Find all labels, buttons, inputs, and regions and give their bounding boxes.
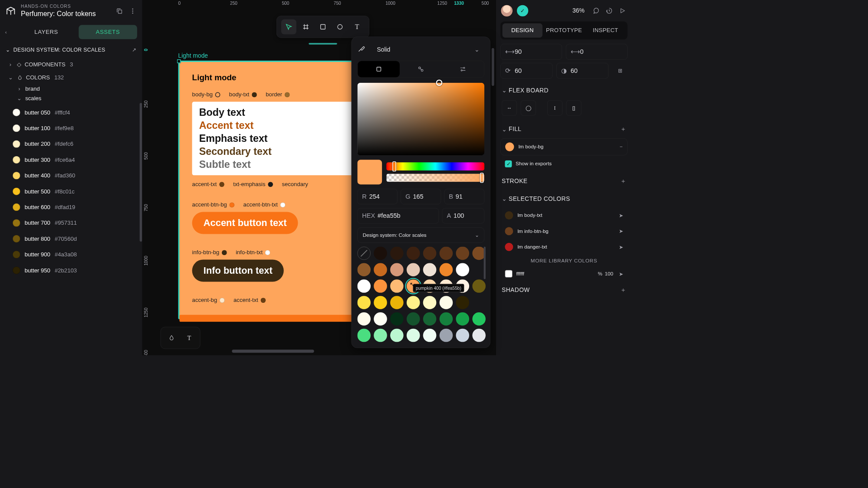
alpha-handle[interactable] (480, 173, 484, 183)
section-flex-board[interactable]: ⌄FLEX BOARD (500, 82, 628, 99)
library-swatch[interactable] (407, 247, 420, 260)
section-design-system[interactable]: ⌄ DESIGN SYSTEM: COLOR SCALES ↗ (0, 43, 142, 58)
color-group-brand[interactable]: › brand (0, 84, 142, 93)
color-group-scales[interactable]: ⌄ scales (0, 93, 142, 103)
library-swatch[interactable] (374, 263, 387, 276)
fill-tab-gradient[interactable] (400, 61, 442, 78)
independent-corners-icon[interactable]: ⊞ (612, 63, 628, 79)
flex-column-icon[interactable]: I (547, 101, 562, 116)
more-library-colors[interactable]: MORE LIBRARY COLORS (500, 255, 628, 267)
rectangle-tool[interactable] (316, 19, 331, 34)
user-avatar[interactable] (501, 5, 513, 16)
library-swatch[interactable] (472, 329, 486, 342)
library-swatch[interactable] (374, 312, 387, 326)
library-swatch[interactable] (407, 263, 420, 276)
r-input[interactable]: R254 (357, 189, 398, 204)
hex-input[interactable]: HEX#fea55b (357, 208, 439, 224)
library-swatch[interactable] (390, 296, 404, 309)
section-selected-colors[interactable]: ⌄SELECTED COLORS (500, 190, 628, 207)
swatch-row[interactable]: butter 950 #2b2103 (8, 263, 135, 278)
nav-arrow-icon[interactable]: ➤ (619, 271, 623, 277)
library-swatch[interactable] (390, 263, 404, 276)
tab-prototype[interactable]: PROTOTYPE (544, 23, 584, 38)
canvas-hscroll[interactable] (232, 350, 314, 353)
selected-color-row[interactable]: lm body-txt ➤ (500, 207, 628, 223)
fill-tab-settings[interactable] (442, 61, 484, 78)
g-input[interactable]: G165 (401, 189, 441, 204)
canvas-vscroll-track[interactable] (492, 16, 494, 256)
add-stroke-icon[interactable]: ＋ (620, 177, 626, 185)
library-swatch[interactable] (390, 329, 404, 342)
saturation-field[interactable] (357, 83, 484, 155)
height-input[interactable]: ⟷0 (566, 44, 628, 59)
section-colors[interactable]: ⌄ COLORS 132 (0, 71, 142, 85)
fill-mode-select[interactable]: Solid ⌄ (372, 43, 484, 56)
library-swatch[interactable] (374, 279, 387, 293)
swatch-row[interactable]: butter 900 #4a3a08 (8, 247, 135, 262)
drop-tool[interactable] (164, 331, 178, 345)
section-shadow[interactable]: SHADOW＋ (500, 281, 628, 299)
library-swatch[interactable] (423, 247, 437, 260)
library-swatch[interactable] (472, 279, 486, 293)
text-mini-tool[interactable]: T (182, 331, 196, 345)
swatch-row[interactable]: butter 600 #dfad19 (8, 200, 135, 215)
library-swatch[interactable] (407, 296, 420, 309)
swatch-row[interactable]: butter 200 #fdefc6 (8, 136, 135, 151)
hue-slider[interactable] (386, 162, 484, 170)
swatch-row[interactable]: butter 800 #70560d (8, 231, 135, 246)
fill-item[interactable]: lm body-bg − (500, 138, 628, 155)
library-swatch[interactable] (390, 247, 404, 260)
add-shadow-icon[interactable]: ＋ (620, 286, 626, 294)
library-swatch[interactable] (440, 247, 453, 260)
selection-handle[interactable] (177, 59, 181, 63)
saturation-handle[interactable] (436, 79, 443, 86)
text-tool[interactable]: T (349, 19, 365, 34)
library-swatch[interactable] (440, 296, 453, 309)
fill-tab-solid[interactable] (358, 61, 400, 78)
library-swatch[interactable] (357, 296, 371, 309)
presence-indicator[interactable]: ✓ (517, 5, 528, 16)
comment-icon[interactable] (592, 7, 600, 15)
selected-color-row[interactable]: lm danger-txt ➤ (500, 239, 628, 255)
tab-design[interactable]: DESIGN (503, 23, 543, 38)
flex-horizontal-icon[interactable]: ↔ (502, 101, 517, 116)
lib-color-swatch[interactable] (505, 270, 512, 277)
play-icon[interactable] (618, 7, 627, 15)
section-fill[interactable]: ⌄FILL＋ (500, 120, 628, 138)
move-tool[interactable] (281, 19, 296, 34)
library-swatch[interactable] (456, 296, 470, 309)
library-swatch[interactable] (423, 312, 437, 326)
library-swatch[interactable] (472, 312, 486, 326)
library-swatch[interactable] (423, 263, 437, 276)
tab-inspect[interactable]: INSPECT (585, 23, 626, 38)
swatch-row[interactable]: butter 400 #fad360 (8, 168, 135, 183)
nav-arrow-icon[interactable]: ➤ (619, 213, 623, 219)
canvas-vscroll-thumb[interactable] (492, 48, 494, 86)
alpha-input[interactable]: A100 (442, 208, 484, 224)
selected-color-row[interactable]: lm info-btn-bg ➤ (500, 223, 628, 239)
frame-tool[interactable] (298, 19, 313, 34)
library-swatch[interactable] (440, 312, 453, 326)
radius-input[interactable]: ◑60 (556, 63, 608, 79)
library-swatch[interactable] (390, 312, 404, 326)
library-scrollbar[interactable] (484, 247, 486, 279)
swatch-row[interactable]: butter 700 #957311 (8, 215, 135, 230)
swatch-row[interactable]: butter 050 #fffcf4 (8, 105, 135, 120)
tab-assets[interactable]: ASSETS (79, 25, 137, 39)
swatch-row[interactable]: butter 500 #f8c01c (8, 184, 135, 199)
library-swatch[interactable] (374, 296, 387, 309)
more-menu-icon[interactable] (128, 7, 137, 15)
library-swatch[interactable] (374, 329, 387, 342)
open-external-icon[interactable]: ↗ (132, 47, 136, 53)
rotation-input[interactable]: ⟳60 (500, 63, 552, 79)
show-exports-checkbox[interactable]: ✓ (505, 160, 512, 167)
width-input[interactable]: ⟷90 (500, 44, 562, 59)
library-swatch[interactable] (407, 312, 420, 326)
section-components[interactable]: › ◇ COMPONENTS 3 (0, 58, 142, 71)
b-input[interactable]: B91 (444, 189, 484, 204)
flex-bracket-icon[interactable]: [] (566, 101, 582, 116)
library-swatch[interactable] (440, 263, 453, 276)
library-swatch[interactable] (456, 312, 470, 326)
section-stroke[interactable]: STROKE＋ (500, 172, 628, 190)
library-swatch[interactable] (423, 329, 437, 342)
